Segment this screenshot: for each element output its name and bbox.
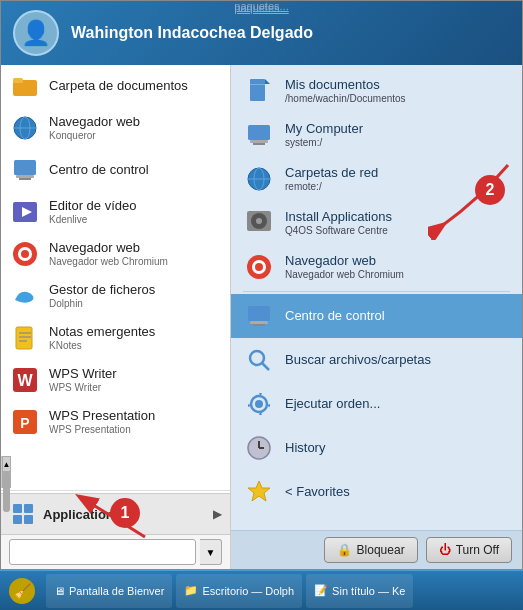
left-item-title-navegador2: Navegador web xyxy=(49,240,168,256)
left-item-title-wpspresent: WPS Presentation xyxy=(49,408,155,424)
left-item-sub-gestor: Dolphin xyxy=(49,298,155,310)
lock-label: Bloquear xyxy=(357,543,405,557)
left-item-icon-navegador2 xyxy=(9,238,41,270)
left-item-notas[interactable]: Notas emergentesKNotes xyxy=(1,317,230,359)
right-item-text-ejecutar: Ejecutar orden... xyxy=(285,396,380,412)
taskbar: 🧹 🖥 Pantalla de Bienver 📁 Escritorio — D… xyxy=(0,570,523,610)
scroll-thumb xyxy=(3,472,10,512)
svg-text:P: P xyxy=(20,415,29,431)
left-item-navegador2[interactable]: Navegador webNavegador web Chromium xyxy=(1,233,230,275)
svg-rect-22 xyxy=(24,504,33,513)
svg-rect-24 xyxy=(24,515,33,524)
right-item-title-favorites: < Favorites xyxy=(285,484,350,500)
right-item-install-apps[interactable]: Install ApplicationsQ4OS Software Centre xyxy=(231,201,522,245)
right-item-text-mis-docs: Mis documentos/home/wachin/Documentos xyxy=(285,77,406,105)
right-item-buscar[interactable]: Buscar archivos/carpetas xyxy=(231,338,522,382)
lock-button[interactable]: 🔒 Bloquear xyxy=(324,537,418,563)
start-button[interactable]: 🧹 xyxy=(0,572,44,610)
svg-rect-30 xyxy=(250,140,268,143)
right-item-text-centro-ctrl: Centro de control xyxy=(285,308,385,324)
left-items-list: Carpeta de documentosNavegador webKonque… xyxy=(1,65,230,456)
right-item-icon-favorites xyxy=(243,476,275,508)
right-item-title-buscar: Buscar archivos/carpetas xyxy=(285,352,431,368)
left-item-gestor[interactable]: Gestor de ficherosDolphin xyxy=(1,275,230,317)
user-name: Wahington Indacochea Delgado xyxy=(71,24,313,42)
left-item-title-carpeta: Carpeta de documentos xyxy=(49,78,188,94)
right-item-icon-centro-ctrl xyxy=(243,300,275,332)
right-item-text-install-apps: Install ApplicationsQ4OS Software Centre xyxy=(285,209,392,237)
taskbar-sin-titulo[interactable]: 📝 Sin título — Ke xyxy=(306,574,413,608)
right-item-centro-ctrl[interactable]: Centro de control xyxy=(231,294,522,338)
left-item-text-navegador1: Navegador webKonqueror xyxy=(49,114,140,142)
scrollbar[interactable]: ▲ ▼ xyxy=(1,456,11,488)
svg-line-44 xyxy=(262,363,269,370)
left-item-navegador1[interactable]: Navegador webKonqueror xyxy=(1,107,230,149)
left-panel: Carpeta de documentosNavegador webKonque… xyxy=(1,65,231,569)
right-item-history[interactable]: History xyxy=(231,426,522,470)
right-item-icon-buscar xyxy=(243,344,275,376)
scroll-up-btn[interactable]: ▲ xyxy=(2,456,11,472)
svg-rect-23 xyxy=(13,515,22,524)
left-item-title-navegador1: Navegador web xyxy=(49,114,140,130)
taskbar-bienvenida[interactable]: 🖥 Pantalla de Bienver xyxy=(46,574,172,608)
svg-rect-28 xyxy=(248,125,270,140)
svg-point-45 xyxy=(255,400,263,408)
search-bar: ▼ xyxy=(1,534,230,569)
right-item-title-centro-ctrl: Centro de control xyxy=(285,308,385,324)
left-item-wpspresent[interactable]: PWPS PresentationWPS Presentation xyxy=(1,401,230,443)
right-item-nav-chromium[interactable]: Navegador webNavegador web Chromium xyxy=(231,245,522,289)
right-panel: Mis documentos/home/wachin/DocumentosMy … xyxy=(231,65,522,569)
search-dropdown[interactable]: ▼ xyxy=(200,539,222,565)
taskbar-escritorio-icon: 📁 xyxy=(184,584,198,597)
left-item-editor[interactable]: Editor de vídeoKdenlive xyxy=(1,191,230,233)
annotation-badge-1: 1 xyxy=(110,498,140,528)
svg-text:W: W xyxy=(17,372,33,389)
svg-text:🧹: 🧹 xyxy=(14,583,32,600)
left-item-icon-wpspresent: P xyxy=(9,406,41,438)
left-item-text-carpeta: Carpeta de documentos xyxy=(49,78,188,94)
turnoff-icon: ⏻ xyxy=(439,543,451,557)
right-item-ejecutar[interactable]: Ejecutar orden... xyxy=(231,382,522,426)
taskbar-escritorio[interactable]: 📁 Escritorio — Dolph xyxy=(176,574,302,608)
right-item-title-nav-chromium: Navegador web xyxy=(285,253,404,269)
left-item-text-gestor: Gestor de ficherosDolphin xyxy=(49,282,155,310)
paquetes-top-link[interactable]: paquetes... xyxy=(234,2,288,14)
right-item-title-my-computer: My Computer xyxy=(285,121,363,137)
svg-rect-27 xyxy=(250,84,265,85)
search-input[interactable] xyxy=(9,539,196,565)
svg-rect-5 xyxy=(14,160,36,175)
right-bottom-bar: 🔒 Bloquear ⏻ Turn Off xyxy=(231,530,522,569)
right-item-my-computer[interactable]: My Computersystem:/ xyxy=(231,113,522,157)
taskbar-bienvenida-icon: 🖥 xyxy=(54,585,65,597)
left-item-control[interactable]: Centro de control xyxy=(1,149,230,191)
turnoff-button[interactable]: ⏻ Turn Off xyxy=(426,537,512,563)
right-item-text-nav-chromium: Navegador webNavegador web Chromium xyxy=(285,253,404,281)
right-item-sub-carpetas-red: remote:/ xyxy=(285,181,378,193)
left-item-sub-notas: KNotes xyxy=(49,340,155,352)
right-item-title-history: History xyxy=(285,440,325,456)
right-item-title-ejecutar: Ejecutar orden... xyxy=(285,396,380,412)
left-item-sub-editor: Kdenlive xyxy=(49,214,136,226)
applications-arrow: ▶ xyxy=(213,507,222,521)
left-item-icon-gestor xyxy=(9,280,41,312)
right-item-icon-mis-docs xyxy=(243,75,275,107)
separator-apps xyxy=(1,490,230,491)
right-item-mis-docs[interactable]: Mis documentos/home/wachin/Documentos xyxy=(231,69,522,113)
left-item-sub-navegador2: Navegador web Chromium xyxy=(49,256,168,268)
right-item-sub-mis-docs: /home/wachin/Documentos xyxy=(285,93,406,105)
right-item-icon-install-apps xyxy=(243,207,275,239)
right-item-text-favorites: < Favorites xyxy=(285,484,350,500)
left-item-text-editor: Editor de vídeoKdenlive xyxy=(49,198,136,226)
right-item-icon-carpetas-red xyxy=(243,163,275,195)
left-item-carpeta[interactable]: Carpeta de documentos xyxy=(1,65,230,107)
right-item-title-install-apps: Install Applications xyxy=(285,209,392,225)
right-item-icon-my-computer xyxy=(243,119,275,151)
left-item-icon-editor xyxy=(9,196,41,228)
taskbar-escritorio-label: Escritorio — Dolph xyxy=(202,585,294,597)
svg-rect-13 xyxy=(16,327,32,349)
left-item-title-control: Centro de control xyxy=(49,162,149,178)
right-item-icon-ejecutar xyxy=(243,388,275,420)
left-item-wps[interactable]: WWPS WriterWPS Writer xyxy=(1,359,230,401)
right-item-favorites[interactable]: < Favorites xyxy=(231,470,522,514)
right-separator-5 xyxy=(243,291,510,292)
